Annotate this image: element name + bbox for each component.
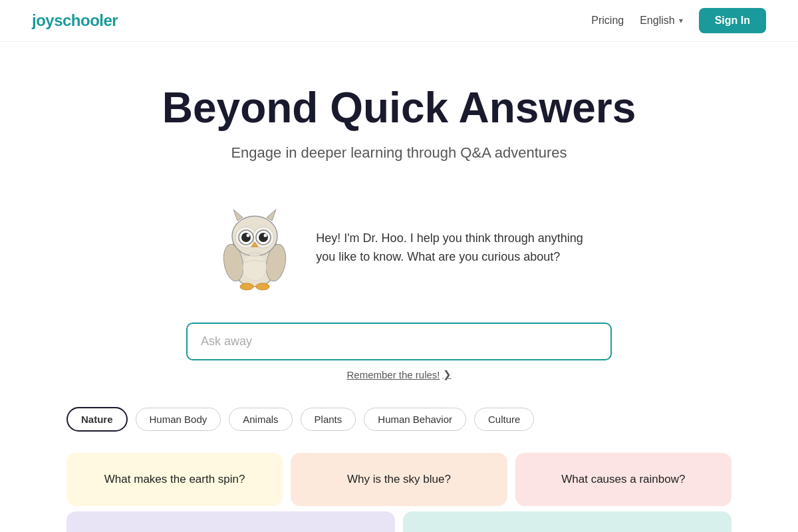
cards-row1: What makes the earth spin?Why is the sky… — [0, 448, 798, 511]
cards-row2: Why is ice slippery?Why do we see the co… — [0, 511, 798, 532]
hero-subtitle: Engage in deeper learning through Q&A ad… — [32, 144, 766, 162]
svg-point-11 — [259, 233, 268, 242]
logo: joyschooler — [32, 11, 118, 30]
filter-chip[interactable]: Plants — [301, 408, 356, 431]
pricing-link[interactable]: Pricing — [591, 15, 624, 27]
owl-message-line2: you like to know. What are you curious a… — [316, 250, 560, 263]
card[interactable]: Why is the sky blue? — [291, 453, 507, 506]
svg-point-13 — [264, 234, 267, 237]
card[interactable]: Why is ice slippery? — [66, 511, 395, 532]
filter-chip[interactable]: Nature — [66, 407, 128, 432]
filter-chip[interactable]: Culture — [474, 408, 534, 431]
header-nav: Pricing English ▾ Sign In — [591, 8, 766, 33]
header: joyschooler Pricing English ▾ Sign In — [0, 0, 798, 42]
svg-point-12 — [247, 234, 250, 237]
owl-mascot — [215, 204, 295, 291]
language-selector[interactable]: English ▾ — [640, 15, 682, 27]
card[interactable]: Why do we see the colors of a rainbow in… — [403, 511, 732, 532]
svg-marker-4 — [233, 209, 243, 221]
card[interactable]: What makes the earth spin? — [66, 453, 283, 506]
filter-chip[interactable]: Animals — [229, 408, 292, 431]
card[interactable]: What causes a rainbow? — [515, 453, 732, 506]
filters-section: NatureHuman BodyAnimalsPlantsHuman Behav… — [0, 391, 798, 448]
owl-section: Hey! I'm Dr. Hoo. I help you think throu… — [133, 183, 665, 312]
hero-title: Beyond Quick Answers — [32, 84, 766, 131]
search-section: Remember the rules! ❯ — [0, 312, 798, 391]
language-label: English — [640, 15, 674, 27]
filter-chip[interactable]: Human Body — [136, 408, 221, 431]
chevron-down-icon: ▾ — [679, 16, 683, 25]
owl-message-line1: Hey! I'm Dr. Hoo. I help you think throu… — [316, 231, 583, 245]
owl-icon — [215, 204, 295, 291]
hero-section: Beyond Quick Answers Engage in deeper le… — [0, 42, 798, 183]
signin-button[interactable]: Sign In — [699, 8, 766, 33]
rules-link[interactable]: Remember the rules! ❯ — [346, 368, 451, 380]
svg-point-15 — [240, 283, 253, 290]
search-input[interactable] — [186, 323, 612, 360]
rules-link-text: Remember the rules! — [346, 369, 440, 380]
svg-point-10 — [241, 233, 251, 242]
filter-chip[interactable]: Human Behavior — [364, 408, 466, 431]
owl-message: Hey! I'm Dr. Hoo. I help you think throu… — [316, 229, 583, 267]
svg-point-17 — [243, 254, 267, 281]
svg-point-16 — [256, 283, 269, 290]
rules-arrow-icon: ❯ — [443, 368, 452, 380]
svg-marker-5 — [267, 209, 276, 221]
